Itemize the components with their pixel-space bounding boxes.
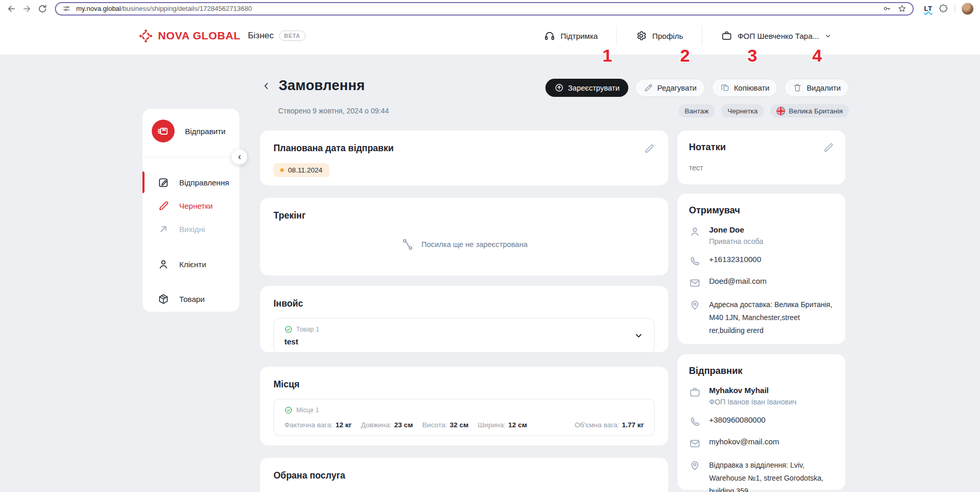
browser-toolbar: my.nova.global/business/shipping/details… (0, 0, 980, 17)
edit-date-pencil-icon[interactable] (643, 143, 655, 154)
sidebar-item-label: Клієнти (179, 260, 206, 269)
place-row[interactable]: Місце 1 Фактична вага:12 кг Довжина:23 с… (273, 399, 655, 436)
support-button[interactable]: Підтримка (525, 25, 616, 46)
headphones-icon (544, 30, 555, 41)
account-switcher[interactable]: ФОП Шевченко Тара... (702, 25, 851, 46)
gear-icon (636, 30, 647, 41)
sender-company: ФОП Іванов Іван Іванович (709, 398, 797, 406)
receiver-name-row: Jone Doe Приватна особа (689, 225, 834, 245)
receiver-phone-row: +16132310000 (689, 255, 834, 267)
sender-phone-row: +380960080000 (689, 415, 834, 428)
edit-notes-pencil-icon[interactable] (823, 142, 834, 153)
extensions-puzzle-icon[interactable] (939, 4, 948, 13)
copy-button[interactable]: Копіювати (712, 79, 778, 97)
profile-button[interactable]: Профіль (617, 25, 702, 46)
invoice-item-row[interactable]: Товар 1 test (273, 318, 655, 353)
sender-email[interactable]: myhokov@mail.com (709, 437, 779, 450)
country-tag-label: Велика Британія (789, 107, 843, 115)
annotation-2: 2 (680, 46, 690, 66)
width: Ширина:12 см (478, 421, 527, 429)
back-chevron-icon[interactable] (261, 81, 271, 91)
uk-flag-icon (776, 107, 785, 115)
mail-icon (689, 438, 701, 450)
nova-global-logo-icon (139, 29, 153, 43)
send-button[interactable]: Відправити (142, 109, 239, 142)
annotation-4: 4 (812, 46, 822, 66)
browser-refresh-icon[interactable] (37, 4, 48, 14)
tracking-title: Трекінг (273, 210, 306, 221)
address-bar[interactable]: my.nova.global/business/shipping/details… (55, 2, 914, 16)
account-name: ФОП Шевченко Тара... (738, 32, 819, 40)
bookmark-star-icon[interactable] (898, 4, 906, 13)
sender-name: Myhakov Myhail (709, 386, 797, 395)
receiver-name: Jone Doe (709, 225, 763, 234)
invoice-title: Інвойс (273, 298, 303, 309)
browser-forward-icon[interactable] (22, 4, 32, 14)
receiver-card: Отримувач Jone Doe Приватна особа +16132… (678, 194, 845, 344)
sender-address-row: Відправка з відділення: Lviv, Warehouse … (689, 459, 834, 492)
send-package-icon (152, 120, 175, 142)
trash-icon (792, 83, 802, 93)
sender-email-row: myhokov@mail.com (689, 437, 834, 450)
receiver-phone[interactable]: +16132310000 (709, 255, 761, 267)
sender-phone[interactable]: +380960080000 (709, 415, 766, 428)
action-buttons: Зареєструвати Редагувати Копіювати Видал… (545, 79, 849, 97)
site-settings-icon[interactable] (62, 4, 71, 13)
chevron-down-icon (824, 32, 832, 40)
receiver-email[interactable]: Doed@mail.com (709, 277, 767, 289)
date-chip[interactable]: 08.11.2024 (273, 163, 329, 177)
places-title: Місця (273, 379, 299, 389)
profile-label: Профіль (652, 32, 683, 40)
support-label: Підтримка (560, 32, 598, 40)
tracking-card: Трекінг Посилка ще не зареєстрована (260, 198, 668, 276)
receiver-title: Отримувач (689, 205, 740, 215)
height: Висота:32 см (422, 421, 468, 429)
sender-title: Відправник (689, 366, 742, 376)
sidebar-collapse-button[interactable] (232, 149, 247, 165)
receiver-email-row: Doed@mail.com (689, 277, 834, 289)
register-button[interactable]: Зареєструвати (545, 79, 628, 97)
browser-profile-avatar[interactable] (961, 3, 974, 15)
length: Довжина:23 см (361, 421, 413, 429)
place-label: Місце 1 (296, 407, 319, 414)
copy-label: Копіювати (734, 84, 770, 92)
status-tags: Вантаж Чернетка Велика Британія (679, 104, 849, 118)
sidebar-item-goods[interactable]: Товари (142, 288, 239, 310)
sidebar-item-clients[interactable]: Клієнти (142, 253, 239, 275)
planned-date-title: Планована дата відправки (273, 143, 394, 154)
delete-button[interactable]: Видалити (784, 79, 849, 97)
person-icon (689, 226, 701, 238)
sidebar-item-label: Товари (179, 295, 205, 303)
browser-back-icon[interactable] (6, 4, 17, 14)
sidebar-item-drafts[interactable]: Чернетки (142, 195, 239, 216)
notes-title: Нотатки (689, 142, 726, 153)
box-icon (157, 293, 169, 305)
receiver-type: Приватна особа (709, 237, 763, 245)
brand[interactable]: NOVA GLOBAL Бізнес BETA (139, 17, 306, 54)
password-key-icon[interactable] (883, 4, 891, 13)
volume-weight: Об'ємна вага:1.77 кг (574, 421, 644, 429)
sidebar-item-outgoing[interactable]: Вихідні (142, 218, 239, 240)
languagetool-extension-icon[interactable]: LT (924, 5, 932, 12)
edit-button[interactable]: Редагувати (635, 79, 705, 97)
url-domain: my.nova.global (76, 5, 121, 12)
beta-badge: BETA (279, 31, 306, 41)
sidebar-item-label: Вихідні (179, 225, 205, 234)
briefcase-icon (689, 386, 701, 398)
phone-icon (689, 416, 701, 428)
sidebar-item-label: Чернетки (179, 201, 213, 210)
planned-date-card: Планована дата відправки 08.11.2024 (260, 131, 668, 185)
invoice-item-label: Товар 1 (296, 326, 319, 333)
draft-status-tag: Чернетка (721, 104, 763, 118)
route-icon (401, 238, 414, 251)
selected-service-card: Обрана послуга (260, 458, 668, 492)
url-text[interactable]: my.nova.global/business/shipping/details… (76, 5, 252, 12)
invoice-card: Інвойс Товар 1 test (260, 286, 668, 352)
expand-chevron-icon[interactable] (633, 330, 644, 341)
toolbar-divider (955, 5, 955, 13)
sidebar-item-shipments[interactable]: Відправлення (142, 171, 239, 193)
compose-icon (157, 177, 169, 189)
location-pin-icon (689, 459, 701, 471)
edit-label: Редагувати (657, 84, 697, 92)
place-metrics: Фактична вага:12 кг Довжина:23 см Висота… (284, 421, 644, 429)
